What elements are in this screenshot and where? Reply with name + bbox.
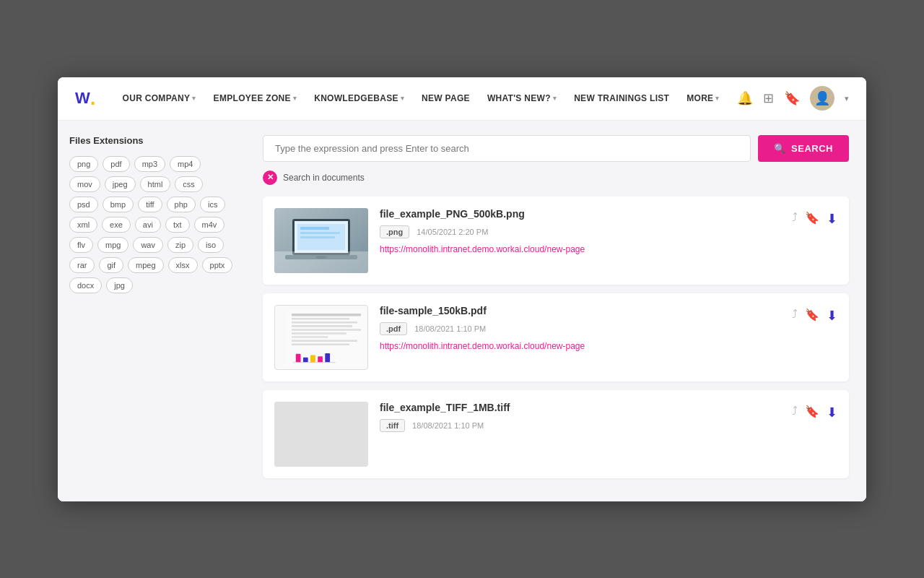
svg-rect-6 (300, 227, 329, 230)
svg-rect-16 (292, 336, 328, 338)
avatar[interactable]: 👤 (810, 86, 834, 111)
extension-tag-html[interactable]: html (140, 176, 171, 192)
avatar-chevron-icon[interactable]: ▾ (845, 94, 849, 103)
share-icon[interactable]: ⤴ (792, 405, 798, 418)
bookmark-file-icon[interactable]: 🔖 (805, 308, 819, 322)
extension-tag-jpg[interactable]: jpg (106, 277, 133, 293)
search-input[interactable] (263, 135, 751, 162)
extension-tag-mpeg[interactable]: mpeg (128, 257, 164, 273)
svg-rect-14 (292, 329, 361, 331)
file-actions: ⤴ 🔖 ⬇ (792, 208, 837, 227)
extension-tag-flv[interactable]: flv (69, 237, 93, 253)
extension-tag-gif[interactable]: gif (99, 257, 123, 273)
bell-icon[interactable]: 🔔 (737, 90, 753, 106)
bookmark-file-icon[interactable]: 🔖 (805, 211, 819, 225)
svg-rect-3 (285, 255, 357, 259)
file-meta: .pdf 18/08/2021 1:10 PM (380, 322, 780, 335)
file-url[interactable]: https://monolith.intranet.demo.workai.cl… (380, 341, 780, 351)
extension-tag-bmp[interactable]: bmp (103, 197, 134, 212)
extension-tag-rar[interactable]: rar (69, 257, 95, 273)
nav-label: WHAT'S NEW? (487, 93, 551, 103)
file-thumbnail (274, 305, 368, 370)
extension-tag-exe[interactable]: exe (102, 217, 131, 233)
extension-tag-mp4[interactable]: mp4 (170, 156, 201, 172)
share-icon[interactable]: ⤴ (792, 308, 798, 321)
chevron-down-icon: ▾ (553, 95, 557, 102)
nav-label: NEW TRAININGS LIST (574, 93, 669, 103)
svg-rect-22 (318, 356, 323, 362)
file-url[interactable]: https://monolith.intranet.demo.workai.cl… (380, 244, 780, 254)
file-card: file_example_PNG_500kB.png .png 14/05/20… (263, 197, 849, 285)
chevron-down-icon: ▾ (401, 95, 404, 102)
file-thumbnail (274, 402, 368, 467)
search-bar: 🔍 SEARCH (263, 135, 849, 162)
nav-label: EMPLOYEE ZONE (214, 93, 291, 103)
thumb-image (274, 208, 368, 273)
search-button[interactable]: 🔍 SEARCH (758, 135, 849, 162)
extension-tag-mov[interactable]: mov (69, 176, 100, 192)
extension-tag-css[interactable]: css (175, 176, 203, 192)
nav-label: NEW PAGE (422, 93, 470, 103)
svg-rect-8 (300, 236, 335, 238)
sidebar: Files Extensions pngpdfmp3mp4movjpeghtml… (58, 121, 245, 501)
file-meta: .png 14/05/2021 2:20 PM (380, 225, 780, 238)
extension-tag-tiff[interactable]: tiff (138, 197, 162, 212)
bookmark-icon[interactable]: 🔖 (784, 90, 800, 106)
extension-tag-php[interactable]: php (167, 197, 196, 212)
extension-tag-txt[interactable]: txt (165, 217, 190, 233)
file-card: file-sample_150kB.pdf .pdf 18/08/2021 1:… (263, 293, 849, 381)
extension-tag-png[interactable]: png (69, 156, 98, 172)
extension-tag-mp3[interactable]: mp3 (134, 156, 165, 172)
nav-item-new-page[interactable]: NEW PAGE (414, 87, 477, 109)
share-icon[interactable]: ⤴ (792, 211, 798, 224)
svg-rect-18 (292, 343, 349, 345)
extension-tag-iso[interactable]: iso (198, 237, 224, 253)
download-icon[interactable]: ⬇ (827, 405, 837, 420)
extension-tag-wav[interactable]: wav (133, 237, 163, 253)
nav-label: OUR COMPANY (123, 93, 191, 103)
chevron-down-icon: ▾ (293, 95, 297, 102)
search-button-label: SEARCH (791, 143, 833, 154)
svg-rect-25 (274, 402, 368, 467)
file-date: 18/08/2021 1:10 PM (414, 324, 486, 333)
svg-rect-23 (325, 353, 330, 362)
extension-tag-ics[interactable]: ics (200, 197, 225, 212)
extension-tag-psd[interactable]: psd (69, 197, 98, 212)
nav-item-new-trainings-list[interactable]: NEW TRAININGS LIST (567, 87, 676, 109)
file-actions: ⤴ 🔖 ⬇ (792, 305, 837, 324)
extension-tag-mpg[interactable]: mpg (97, 237, 128, 253)
file-card: file_example_TIFF_1MB.tiff .tiff 18/08/2… (263, 390, 849, 478)
extension-tag-pptx[interactable]: pptx (202, 257, 233, 273)
svg-rect-12 (292, 322, 357, 324)
extension-tag-pdf[interactable]: pdf (103, 156, 129, 172)
nav-item-what-s-new-[interactable]: WHAT'S NEW?▾ (480, 87, 564, 109)
nav-item-knowledgebase[interactable]: KNOWLEDGEBASE▾ (307, 87, 411, 109)
filter-label: Search in documents (283, 173, 365, 183)
extension-tag-m4v[interactable]: m4v (194, 217, 225, 233)
nav-item-our-company[interactable]: OUR COMPANY▾ (116, 87, 204, 109)
extension-tag-xlsx[interactable]: xlsx (168, 257, 198, 273)
thumb-pdf-image (279, 310, 368, 365)
extension-tag-avi[interactable]: avi (135, 217, 161, 233)
search-icon: 🔍 (774, 143, 786, 154)
extension-tag-zip[interactable]: zip (167, 237, 193, 253)
logo[interactable]: W. (75, 88, 95, 108)
bookmark-file-icon[interactable]: 🔖 (805, 405, 819, 418)
extension-tag-docx[interactable]: docx (69, 277, 102, 293)
extension-tag-xml[interactable]: xml (69, 217, 97, 233)
nav-item-employee-zone[interactable]: EMPLOYEE ZONE▾ (206, 87, 305, 109)
file-date: 14/05/2021 2:20 PM (417, 228, 488, 236)
svg-rect-21 (310, 355, 315, 362)
nav-item-more[interactable]: MORE▾ (679, 87, 727, 109)
svg-rect-13 (292, 325, 352, 327)
nav-actions: 🔔 ⊞ 🔖 👤 ▾ (737, 86, 849, 111)
file-info: file_example_PNG_500kB.png .png 14/05/20… (380, 208, 780, 254)
grid-icon[interactable]: ⊞ (763, 90, 774, 106)
file-list: file_example_PNG_500kB.png .png 14/05/20… (263, 197, 849, 478)
extension-tag-jpeg[interactable]: jpeg (105, 176, 136, 192)
file-name: file_example_TIFF_1MB.tiff (380, 402, 780, 413)
filter-close-button[interactable]: ✕ (263, 171, 277, 185)
download-icon[interactable]: ⬇ (827, 308, 837, 324)
logo-dot: . (90, 88, 95, 108)
download-icon[interactable]: ⬇ (827, 211, 837, 227)
